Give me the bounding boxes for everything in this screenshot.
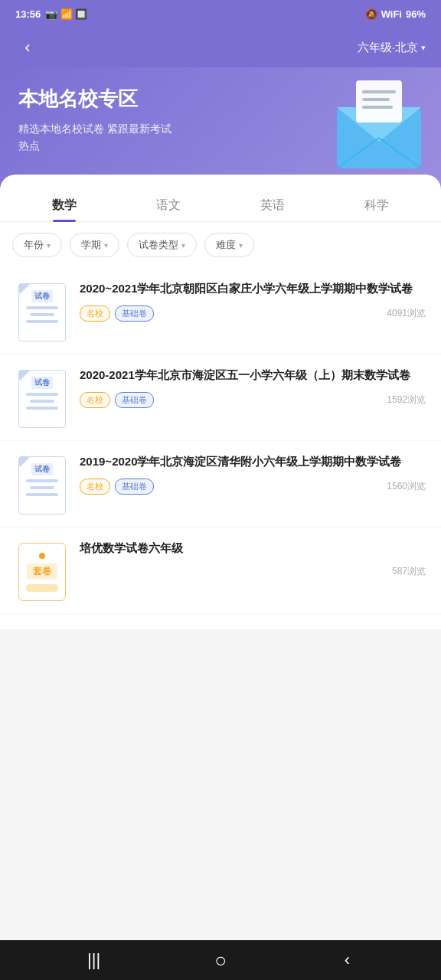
tag-mingxiao: 名校	[80, 479, 110, 495]
header: ‹ 六年级·北京 ▾	[0, 28, 441, 67]
back-button[interactable]: ‹	[15, 35, 40, 60]
tab-math[interactable]: 数学	[12, 190, 116, 221]
tag-jichu: 基础卷	[115, 479, 154, 495]
main-content: 数学 语文 英语 科学 年份 ▾ 学期 ▾ 试卷类型 ▾ 难度 ▾	[0, 175, 441, 629]
chevron-down-icon: ▾	[421, 43, 426, 53]
tag-mingxiao: 名校	[80, 392, 110, 408]
svg-rect-3	[362, 98, 390, 101]
item-content: 2019~2020学年北京海淀区清华附小六年级上学期期中数学试卷 名校 基础卷 …	[80, 453, 426, 495]
doc-thumbnail: 试卷	[15, 280, 69, 341]
filter-row: 年份 ▾ 学期 ▾ 试卷类型 ▾ 难度 ▾	[0, 222, 441, 268]
doc-thumbnail: 试卷	[15, 453, 69, 514]
wifi-signal: WiFi	[381, 8, 402, 20]
item-tags: 名校 基础卷 4091浏览	[80, 305, 426, 322]
back-icon: ‹	[345, 950, 350, 970]
status-time: 13:56 📷 📶 🔲	[15, 8, 87, 20]
suite-thumbnail: 套卷	[15, 540, 69, 601]
item-title: 培优数学试卷六年级	[80, 540, 426, 557]
filter-semester[interactable]: 学期 ▾	[70, 233, 119, 257]
status-bar: 13:56 📷 📶 🔲 🔕 WiFi 96%	[0, 0, 441, 28]
item-tags: 名校 基础卷 1560浏览	[80, 479, 426, 495]
banner: 本地名校专区 精选本地名校试卷 紧跟最新考试热点	[0, 67, 441, 190]
svg-rect-4	[362, 106, 393, 109]
notification-icons: 📷 📶 🔲	[45, 8, 87, 20]
tag-jichu: 基础卷	[115, 392, 154, 408]
tab-english[interactable]: 英语	[220, 190, 325, 221]
item-content: 2020-2021学年北京市海淀区五一小学六年级（上）期末数学试卷 名校 基础卷…	[80, 367, 426, 408]
signal-icon: 🔕	[365, 8, 377, 20]
time-label: 13:56	[15, 8, 41, 20]
menu-button[interactable]: |||	[71, 940, 117, 980]
list-item[interactable]: 试卷 2019~2020学年北京海淀区清华附小六年级上学期期中数学试卷 名校 基…	[0, 441, 441, 528]
filter-difficulty[interactable]: 难度 ▾	[204, 233, 254, 257]
doc-thumbnail: 试卷	[15, 367, 69, 428]
menu-icon: |||	[87, 950, 100, 970]
tag-jichu: 基础卷	[115, 305, 154, 322]
view-count: 4091浏览	[387, 307, 426, 320]
banner-illustration	[329, 77, 429, 179]
subject-tabs: 数学 语文 英语 科学	[0, 175, 441, 222]
home-icon: ○	[214, 949, 227, 972]
tab-science[interactable]: 科学	[325, 190, 429, 221]
filter-type[interactable]: 试卷类型 ▾	[127, 233, 197, 257]
suite-dot	[39, 553, 45, 559]
view-count: 1592浏览	[387, 394, 426, 407]
tab-chinese[interactable]: 语文	[116, 190, 220, 221]
svg-rect-2	[362, 90, 396, 93]
battery-label: 96%	[406, 8, 426, 20]
view-count: 1560浏览	[387, 480, 426, 493]
chevron-down-icon: ▾	[181, 241, 185, 250]
item-title: 2020-2021学年北京市海淀区五一小学六年级（上）期末数学试卷	[80, 367, 426, 384]
list-item[interactable]: 试卷 2020~2021学年北京朝阳区白家庄小学六年级上学期期中数学试卷 名校 …	[0, 268, 441, 354]
chevron-down-icon: ▾	[47, 241, 51, 250]
home-button[interactable]: ○	[198, 940, 243, 980]
location-selector[interactable]: 六年级·北京 ▾	[358, 41, 426, 55]
tag-mingxiao: 名校	[80, 305, 110, 322]
item-content: 2020~2021学年北京朝阳区白家庄小学六年级上学期期中数学试卷 名校 基础卷…	[80, 280, 426, 322]
status-right: 🔕 WiFi 96%	[365, 8, 426, 20]
svg-rect-1	[356, 80, 402, 122]
item-title: 2019~2020学年北京海淀区清华附小六年级上学期期中数学试卷	[80, 453, 426, 471]
view-count: 587浏览	[392, 565, 426, 578]
location-label: 六年级·北京	[358, 41, 418, 55]
item-tags: 587浏览	[80, 565, 426, 578]
item-title: 2020~2021学年北京朝阳区白家庄小学六年级上学期期中数学试卷	[80, 280, 426, 298]
chevron-down-icon: ▾	[104, 241, 108, 250]
suite-bar	[26, 584, 58, 592]
chevron-down-icon: ▾	[239, 241, 243, 250]
item-tags: 名校 基础卷 1592浏览	[80, 392, 426, 408]
bottom-nav: ||| ○ ‹	[0, 940, 441, 980]
list-item[interactable]: 套卷 培优数学试卷六年级 587浏览	[0, 528, 441, 614]
item-content: 培优数学试卷六年级 587浏览	[80, 540, 426, 578]
back-nav-button[interactable]: ‹	[324, 940, 370, 980]
filter-year[interactable]: 年份 ▾	[12, 233, 62, 257]
list-item[interactable]: 试卷 2020-2021学年北京市海淀区五一小学六年级（上）期末数学试卷 名校 …	[0, 354, 441, 441]
